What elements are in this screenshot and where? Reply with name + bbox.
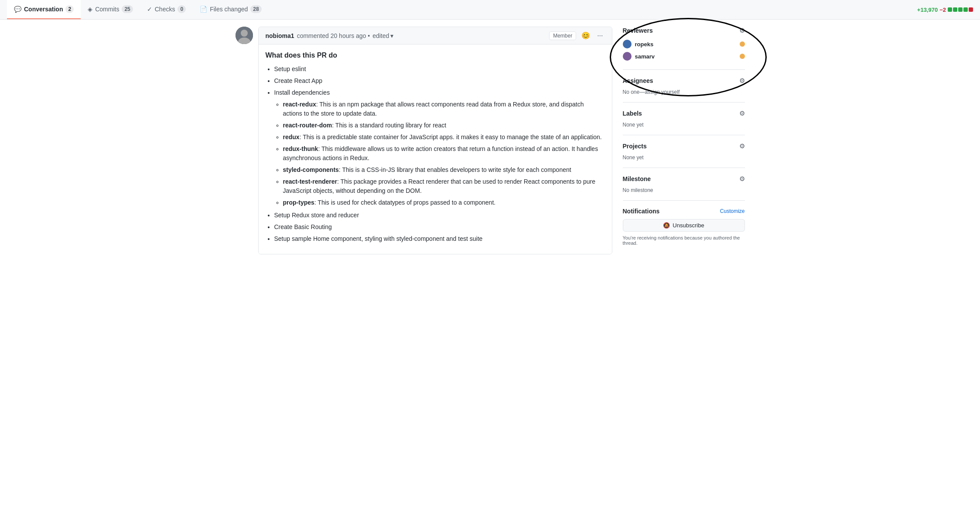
sidebar: Reviewers ⚙ ropekssamarv Assignees ⚙ No … [623, 27, 745, 261]
nested-bullet-item: react-test-renderer: This package provid… [283, 177, 605, 195]
milestone-title: Milestone [623, 175, 651, 182]
diff-bars [948, 7, 973, 12]
sidebar-notifications-section: Notifications Customize 🔕 Unsubscribe Yo… [623, 201, 745, 253]
sidebar-assignees-section: Assignees ⚙ No one—assign yourself [623, 70, 745, 103]
nested-bullet-item: react-redux: This is an npm package that… [283, 100, 605, 118]
avatar [236, 27, 253, 44]
tab-commits[interactable]: ◈ Commits 25 [81, 0, 140, 19]
tab-checks-label: Checks [155, 6, 175, 13]
comment-header-right: Member 😊 ··· [549, 31, 604, 41]
notifications-header: Notifications Customize [623, 208, 745, 215]
unsubscribe-label: Unsubscribe [673, 222, 704, 229]
comment-section: nobioma1 commented 20 hours ago • edited… [236, 27, 612, 261]
package-name: prop-types [283, 199, 314, 206]
diff-additions: +13,970 [917, 7, 938, 13]
comment-container: nobioma1 commented 20 hours ago • edited… [236, 27, 612, 254]
package-name: react-router-dom [283, 122, 332, 129]
more-options-button[interactable]: ··· [595, 31, 604, 41]
edited-label: edited [372, 32, 389, 39]
package-name: react-test-renderer [283, 178, 338, 185]
diff-bar-segment [958, 7, 963, 12]
milestone-header: Milestone ⚙ [623, 175, 745, 183]
reviewer-name: ropeks [635, 41, 654, 48]
main-bullet-item: Create Basic Routing [274, 223, 605, 232]
edited-dropdown[interactable]: edited ▾ [372, 32, 393, 39]
tab-files-badge: 28 [250, 5, 261, 13]
labels-empty: None yet [623, 122, 644, 128]
package-name: styled-components [283, 166, 339, 173]
unsubscribe-button[interactable]: 🔕 Unsubscribe [623, 219, 745, 232]
emoji-button[interactable]: 😊 [580, 31, 592, 41]
comment-title: What does this PR do [266, 51, 605, 59]
assignees-title: Assignees [623, 77, 653, 84]
tab-checks[interactable]: ✓ Checks 0 [140, 0, 193, 19]
tab-commits-label: Commits [95, 6, 119, 13]
projects-gear-icon[interactable]: ⚙ [739, 142, 745, 150]
tab-checks-badge: 0 [178, 5, 186, 13]
comment-header-left: nobioma1 commented 20 hours ago • edited… [266, 32, 394, 39]
labels-gear-icon[interactable]: ⚙ [739, 110, 745, 117]
checks-icon: ✓ [147, 6, 152, 13]
projects-empty: None yet [623, 154, 644, 161]
comment-box: nobioma1 commented 20 hours ago • edited… [258, 27, 612, 254]
chevron-down-icon: ▾ [390, 32, 393, 39]
main-bullet-item: Install dependenciesreact-redux: This is… [274, 88, 605, 207]
projects-title: Projects [623, 143, 647, 150]
diff-deletions: −2 [939, 7, 946, 13]
commits-icon: ◈ [88, 6, 92, 13]
sidebar-projects-section: Projects ⚙ None yet [623, 135, 745, 168]
tab-bar-left: 💬 Conversation 2 ◈ Commits 25 ✓ Checks 0… [7, 0, 269, 19]
reviewer-list: ropekssamarv [623, 38, 745, 62]
reviewers-gear-icon[interactable]: ⚙ [739, 27, 745, 34]
nested-bullet-list: react-redux: This is an npm package that… [283, 100, 605, 207]
comment-author[interactable]: nobioma1 [266, 32, 294, 39]
reviewer-item[interactable]: ropeks [623, 38, 745, 50]
reviewer-left: samarv [623, 52, 655, 61]
main-bullet-list: Setup eslintCreate React AppInstall depe… [274, 65, 605, 243]
member-badge: Member [549, 31, 576, 40]
tab-bar-right: +13,970 −2 [917, 7, 973, 13]
reviewer-name: samarv [635, 53, 655, 60]
diff-bar-segment [963, 7, 968, 12]
avatar-image [236, 27, 253, 44]
comment-header: nobioma1 commented 20 hours ago • edited… [259, 27, 612, 45]
assignees-empty[interactable]: No one—assign yourself [623, 89, 680, 95]
reviewer-avatar [623, 52, 632, 61]
assignees-header: Assignees ⚙ [623, 77, 745, 85]
milestone-gear-icon[interactable]: ⚙ [739, 175, 745, 183]
tab-files-changed[interactable]: 📄 Files changed 28 [193, 0, 269, 19]
reviewer-status-dot [740, 41, 745, 47]
nested-bullet-item: redux-thunk: This middleware allows us t… [283, 144, 605, 163]
comment-meta: commented 20 hours ago • [297, 32, 370, 39]
diff-bar-segment [969, 7, 973, 12]
diff-bar-segment [948, 7, 952, 12]
assignees-gear-icon[interactable]: ⚙ [739, 77, 745, 85]
tab-conversation-badge: 2 [65, 5, 74, 13]
nested-bullet-item: react-router-dom: This is a standard rou… [283, 121, 605, 130]
main-bullet-item: Setup eslint [274, 65, 605, 74]
reviewer-left: ropeks [623, 40, 654, 48]
main-bullet-item: Setup Redux store and reducer [274, 211, 605, 220]
reviewers-header: Reviewers ⚙ [623, 27, 745, 34]
tab-bar: 💬 Conversation 2 ◈ Commits 25 ✓ Checks 0… [0, 0, 980, 20]
bell-slash-icon: 🔕 [663, 222, 670, 229]
nested-bullet-item: redux: This is a predictable state conta… [283, 133, 605, 142]
package-name: redux [283, 134, 300, 140]
milestone-empty: No milestone [623, 187, 653, 193]
reviewers-title: Reviewers [623, 27, 653, 34]
sidebar-reviewers-section: Reviewers ⚙ ropekssamarv [623, 27, 745, 70]
svg-point-1 [241, 30, 248, 37]
reviewer-item[interactable]: samarv [623, 50, 745, 62]
files-icon: 📄 [200, 6, 207, 13]
labels-title: Labels [623, 110, 642, 117]
package-name: react-redux [283, 101, 316, 108]
main-bullet-item: Create React App [274, 76, 605, 86]
tab-conversation-label: Conversation [24, 6, 63, 13]
customize-link[interactable]: Customize [720, 208, 745, 214]
tab-conversation[interactable]: 💬 Conversation 2 [7, 0, 81, 19]
diff-bar-segment [953, 7, 957, 12]
tab-commits-badge: 25 [122, 5, 133, 13]
notification-info: You're receiving notifications because y… [623, 235, 745, 246]
nested-bullet-item: styled-components: This is a CSS-in-JS l… [283, 165, 605, 175]
notifications-title: Notifications [623, 208, 660, 215]
